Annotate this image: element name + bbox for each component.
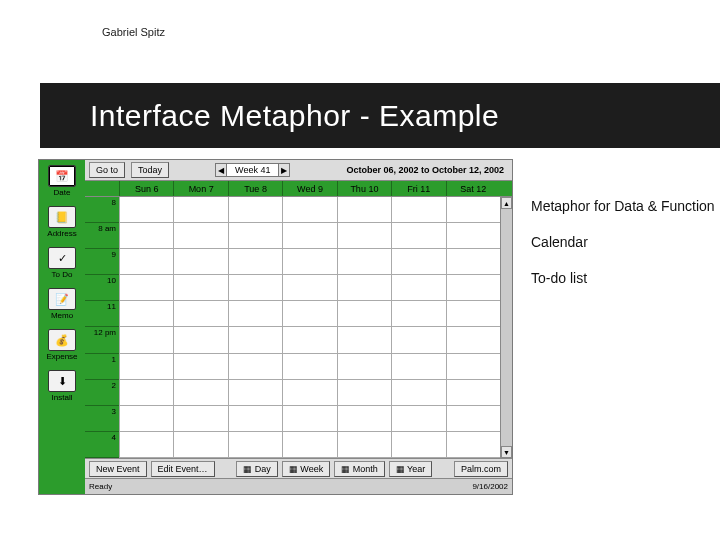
day-head-sun[interactable]: Sun 6 [119, 181, 173, 196]
grid-cell[interactable] [173, 249, 227, 274]
grid-cell[interactable] [119, 275, 173, 300]
grid-cell[interactable] [282, 354, 336, 379]
rail-memo[interactable]: 📝 Memo [41, 288, 83, 320]
grid-cell[interactable] [391, 354, 445, 379]
grid-cell[interactable] [173, 406, 227, 431]
grid-cell[interactable] [446, 327, 500, 352]
grid-cell[interactable] [228, 249, 282, 274]
grid-cell[interactable] [173, 223, 227, 248]
grid-cell[interactable] [391, 223, 445, 248]
grid-cell[interactable] [391, 301, 445, 326]
grid-cell[interactable] [282, 223, 336, 248]
grid-cell[interactable] [282, 197, 336, 222]
grid-cell[interactable] [391, 432, 445, 457]
next-week-button[interactable]: ▶ [278, 163, 290, 177]
grid-cell[interactable] [119, 432, 173, 457]
vertical-scrollbar[interactable]: ▲ ▼ [500, 197, 512, 458]
grid-cell[interactable] [337, 432, 391, 457]
rail-date[interactable]: 📅 Date [41, 165, 83, 197]
grid-cell[interactable] [446, 432, 500, 457]
day-head-wed[interactable]: Wed 9 [282, 181, 336, 196]
grid-cell[interactable] [446, 197, 500, 222]
todo-icon: ✓ [48, 247, 76, 269]
rail-expense[interactable]: 💰 Expense [41, 329, 83, 361]
day-head-sat[interactable]: Sat 12 [446, 181, 500, 196]
new-event-button[interactable]: New Event [89, 461, 147, 477]
grid-cell[interactable] [391, 275, 445, 300]
grid-cell[interactable] [391, 327, 445, 352]
grid-cell[interactable] [173, 197, 227, 222]
grid-cell[interactable] [228, 432, 282, 457]
grid-cell[interactable] [337, 275, 391, 300]
grid-cell[interactable] [337, 354, 391, 379]
grid-cell[interactable] [228, 327, 282, 352]
grid-cell[interactable] [119, 197, 173, 222]
grid-cell[interactable] [446, 223, 500, 248]
grid-cell[interactable] [337, 327, 391, 352]
grid-cell[interactable] [228, 301, 282, 326]
grid-cell[interactable] [173, 354, 227, 379]
grid-cell[interactable] [282, 275, 336, 300]
grid-cell[interactable] [119, 223, 173, 248]
edit-event-button[interactable]: Edit Event… [151, 461, 215, 477]
grid-cell[interactable] [337, 223, 391, 248]
grid-cell[interactable] [173, 380, 227, 405]
grid-cell[interactable] [282, 432, 336, 457]
grid-cell[interactable] [282, 249, 336, 274]
day-head-fri[interactable]: Fri 11 [391, 181, 445, 196]
grid-cell[interactable] [282, 380, 336, 405]
grid-cell[interactable] [446, 301, 500, 326]
grid-cell[interactable] [173, 327, 227, 352]
grid-cell[interactable] [337, 301, 391, 326]
grid-cell[interactable] [446, 380, 500, 405]
day-head-tue[interactable]: Tue 8 [228, 181, 282, 196]
grid-cell[interactable] [446, 406, 500, 431]
grid-cell[interactable] [119, 301, 173, 326]
scroll-down-button[interactable]: ▼ [501, 446, 512, 458]
grid-cell[interactable] [446, 275, 500, 300]
grid-cell[interactable] [173, 301, 227, 326]
scroll-track[interactable] [501, 209, 512, 446]
prev-week-button[interactable]: ◀ [215, 163, 227, 177]
grid-cell[interactable] [119, 380, 173, 405]
rail-address[interactable]: 📒 Address [41, 206, 83, 238]
day-head-thu[interactable]: Thu 10 [337, 181, 391, 196]
grid-cell[interactable] [173, 275, 227, 300]
grid-cell[interactable] [228, 223, 282, 248]
grid-cell[interactable] [391, 406, 445, 431]
rail-todo[interactable]: ✓ To Do [41, 247, 83, 279]
grid-cell[interactable] [228, 275, 282, 300]
grid-cell[interactable] [446, 249, 500, 274]
grid-cell[interactable] [119, 327, 173, 352]
grid-cell[interactable] [282, 327, 336, 352]
view-month-button[interactable]: ▦ Month [334, 461, 385, 477]
grid-cell[interactable] [391, 197, 445, 222]
grid-cell[interactable] [228, 354, 282, 379]
brand-link[interactable]: Palm.com [454, 461, 508, 477]
grid-cell[interactable] [337, 380, 391, 405]
grid-cell[interactable] [228, 406, 282, 431]
grid-cell[interactable] [119, 354, 173, 379]
today-button[interactable]: Today [131, 162, 169, 178]
grid-cell[interactable] [119, 406, 173, 431]
grid-cell[interactable] [228, 380, 282, 405]
week-grid[interactable] [119, 197, 500, 458]
grid-cell[interactable] [446, 354, 500, 379]
grid-cell[interactable] [391, 380, 445, 405]
view-year-button[interactable]: ▦ Year [389, 461, 433, 477]
view-day-button[interactable]: ▦ Day [236, 461, 278, 477]
grid-cell[interactable] [228, 197, 282, 222]
grid-cell[interactable] [173, 432, 227, 457]
grid-cell[interactable] [119, 249, 173, 274]
view-week-button[interactable]: ▦ Week [282, 461, 330, 477]
goto-button[interactable]: Go to [89, 162, 125, 178]
grid-cell[interactable] [391, 249, 445, 274]
grid-cell[interactable] [282, 406, 336, 431]
grid-cell[interactable] [282, 301, 336, 326]
grid-cell[interactable] [337, 197, 391, 222]
grid-cell[interactable] [337, 249, 391, 274]
scroll-up-button[interactable]: ▲ [501, 197, 512, 209]
grid-cell[interactable] [337, 406, 391, 431]
rail-install[interactable]: ⬇ Install [41, 370, 83, 402]
day-head-mon[interactable]: Mon 7 [173, 181, 227, 196]
